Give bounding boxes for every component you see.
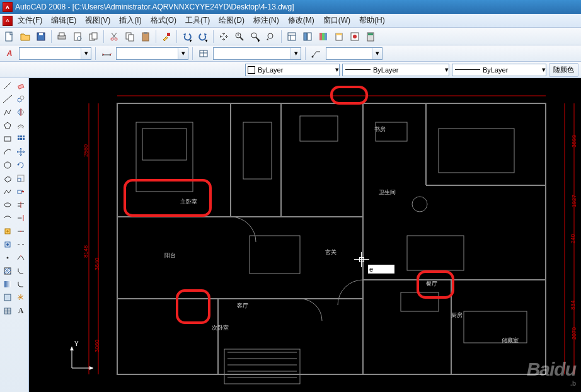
text-style-combo[interactable]: ▾	[19, 47, 91, 60]
new-file-button[interactable]	[3, 30, 16, 43]
dim-style-combo[interactable]: ▾	[116, 47, 188, 60]
publish-button[interactable]	[86, 30, 100, 43]
array-tool[interactable]	[14, 132, 27, 145]
region-tool[interactable]	[1, 291, 14, 304]
polygon-tool[interactable]	[1, 119, 14, 132]
ellipse-tool[interactable]	[1, 199, 14, 211]
properties-button[interactable]	[285, 30, 299, 43]
offset-tool[interactable]	[14, 119, 27, 132]
svg-rect-8	[92, 33, 97, 39]
tool-palettes-button[interactable]	[316, 30, 330, 43]
table-style-button[interactable]	[197, 47, 210, 61]
pan-button[interactable]	[217, 30, 231, 43]
menu-format[interactable]: 格式(O)	[147, 14, 180, 27]
svg-text:+: +	[237, 33, 239, 37]
room-label: 次卧室	[212, 324, 229, 332]
construction-line-tool[interactable]	[1, 93, 14, 105]
move-tool[interactable]	[14, 146, 27, 158]
watermark: Baidu .b	[527, 359, 576, 387]
erase-tool[interactable]	[14, 79, 27, 92]
menu-help[interactable]: 帮助(H)	[355, 14, 389, 27]
quickcalc-button[interactable]	[364, 30, 377, 43]
svg-rect-101	[300, 116, 338, 141]
svg-rect-35	[368, 33, 373, 35]
cut-button[interactable]	[107, 30, 121, 43]
gradient-tool[interactable]	[1, 278, 14, 291]
zoom-previous-button[interactable]	[264, 30, 278, 43]
svg-rect-109	[224, 349, 300, 384]
menu-file[interactable]: 文件(F)	[14, 14, 46, 27]
trim-tool[interactable]	[14, 199, 27, 211]
multiline-text-tool[interactable]: A	[14, 304, 27, 317]
menu-insert[interactable]: 插入(I)	[115, 14, 145, 27]
join-tool[interactable]	[14, 251, 27, 264]
save-file-button[interactable]	[34, 30, 48, 43]
menu-dimension[interactable]: 标注(N)	[250, 14, 283, 27]
design-center-button[interactable]	[301, 30, 314, 43]
svg-point-21	[268, 33, 273, 38]
annotation-mark	[417, 270, 454, 299]
menu-tools[interactable]: 工具(T)	[181, 14, 214, 27]
dim-style-button[interactable]	[100, 47, 113, 61]
lineweight-control[interactable]: ByLayer ▾	[452, 64, 546, 76]
menu-modify[interactable]: 修改(M)	[284, 14, 318, 27]
break-tool[interactable]	[14, 238, 27, 251]
copy-button[interactable]	[123, 30, 137, 43]
zoom-window-button[interactable]: ▼	[248, 30, 262, 43]
table-style-combo[interactable]: ▾	[213, 47, 301, 60]
menu-edit[interactable]: 编辑(E)	[47, 14, 80, 27]
plot-button[interactable]	[55, 30, 69, 43]
redo-button[interactable]: ▼	[196, 30, 210, 43]
point-tool[interactable]	[1, 251, 14, 264]
mirror-tool[interactable]	[14, 106, 27, 118]
multileader-style-combo[interactable]: ▾	[326, 47, 383, 60]
spline-tool[interactable]	[1, 185, 14, 198]
sheet-set-button[interactable]	[332, 30, 346, 43]
print-preview-button[interactable]	[71, 30, 84, 43]
rectangle-tool[interactable]	[1, 132, 14, 145]
match-properties-button[interactable]	[159, 30, 173, 43]
scale-tool[interactable]	[14, 172, 27, 185]
drawing-canvas[interactable]: 2560 8148 3640 3060 3899 8477 1927 240 2…	[29, 78, 581, 392]
linetype-control[interactable]: ByLayer ▾	[342, 64, 449, 76]
multileader-style-button[interactable]	[309, 47, 323, 61]
svg-rect-25	[304, 33, 307, 40]
random-color-button[interactable]: 随颜色	[549, 63, 578, 77]
app-menu-icon[interactable]: A	[3, 16, 13, 26]
break-at-point-tool[interactable]	[14, 225, 27, 238]
dynamic-input[interactable]	[368, 265, 394, 274]
extend-tool[interactable]	[14, 212, 27, 224]
arc-tool[interactable]	[1, 146, 14, 158]
rotate-tool[interactable]	[14, 159, 27, 171]
line-tool[interactable]	[1, 79, 14, 92]
color-swatch-icon	[248, 66, 255, 74]
zoom-realtime-button[interactable]: +	[233, 30, 246, 43]
hatch-tool[interactable]	[1, 265, 14, 277]
svg-point-59	[4, 203, 11, 207]
polyline-tool[interactable]	[1, 106, 14, 118]
menu-view[interactable]: 视图(V)	[81, 14, 114, 27]
workspace: A	[0, 78, 581, 392]
markup-button[interactable]	[348, 30, 362, 43]
open-file-button[interactable]	[18, 30, 32, 43]
chamfer-tool[interactable]	[14, 265, 27, 277]
paste-button[interactable]	[139, 30, 152, 43]
revision-cloud-tool[interactable]	[1, 172, 14, 185]
fillet-tool[interactable]	[14, 278, 27, 291]
color-control[interactable]: ByLayer ▾	[245, 64, 340, 76]
circle-tool[interactable]	[1, 159, 14, 171]
copy-tool[interactable]	[14, 93, 27, 105]
stretch-tool[interactable]	[14, 185, 27, 198]
tool-palette: A	[0, 78, 29, 392]
explode-tool[interactable]	[14, 291, 27, 304]
text-style-button[interactable]: A	[3, 47, 16, 61]
insert-block-tool[interactable]	[1, 225, 14, 238]
table-tool[interactable]	[1, 304, 14, 317]
make-block-tool[interactable]	[1, 238, 14, 251]
undo-button[interactable]: ▼	[180, 30, 194, 43]
svg-point-55	[4, 162, 11, 168]
menu-draw[interactable]: 绘图(D)	[215, 14, 248, 27]
menu-window[interactable]: 窗口(W)	[319, 14, 354, 27]
ellipse-arc-tool[interactable]	[1, 212, 14, 224]
dimension-text: 3640	[94, 258, 100, 270]
